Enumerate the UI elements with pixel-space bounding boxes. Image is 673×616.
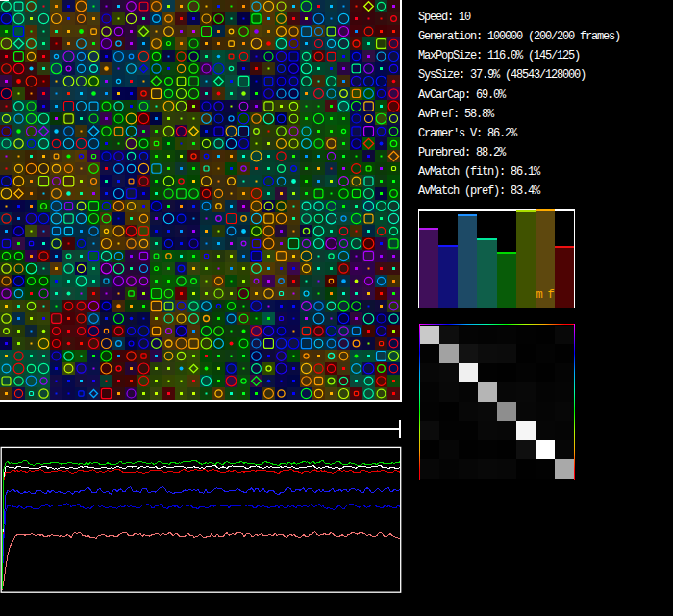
svg-text:AvCarCap: 69.0%: AvCarCap: 69.0% bbox=[418, 88, 507, 102]
svg-text:Purebred: 88.2%: Purebred: 88.2% bbox=[418, 146, 507, 160]
svg-text:MaxPopSize: 116.0% (145/125): MaxPopSize: 116.0% (145/125) bbox=[418, 49, 580, 62]
svg-text:Cramer's V: 86.2%: Cramer's V: 86.2% bbox=[418, 127, 518, 140]
svg-text:SysSize: 37.9% (48543/128000): SysSize: 37.9% (48543/128000) bbox=[418, 68, 586, 82]
svg-text:AvPref: 58.8%: AvPref: 58.8% bbox=[418, 108, 495, 121]
svg-text:Speed: 10: Speed: 10 bbox=[418, 11, 471, 24]
svg-text:Generation: 100000 (200/200 fr: Generation: 100000 (200/200 frames) bbox=[418, 30, 620, 43]
svg-text:m f: m f bbox=[536, 288, 555, 302]
svg-text:AvMatch (fitn): 86.1%: AvMatch (fitn): 86.1% bbox=[418, 165, 541, 179]
svg-text:AvMatch (pref): 83.4%: AvMatch (pref): 83.4% bbox=[418, 185, 541, 198]
